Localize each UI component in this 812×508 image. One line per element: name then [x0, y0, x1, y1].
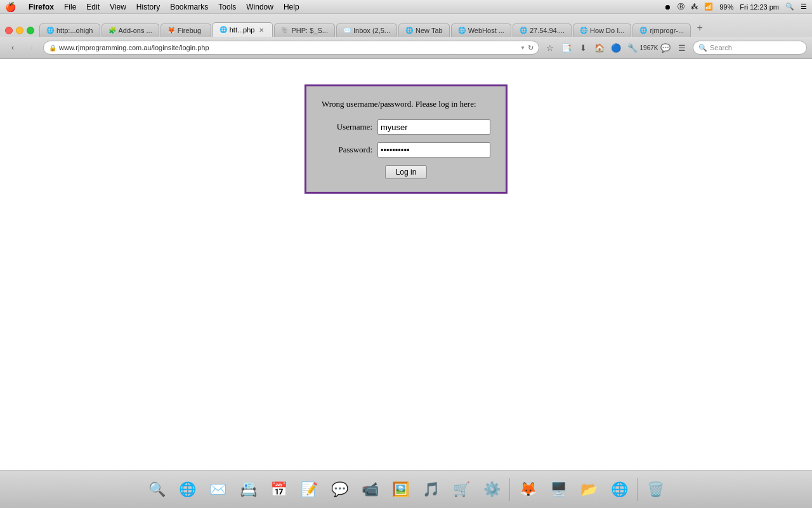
- tab-favicon: 🌐: [46, 27, 54, 34]
- username-label: Username:: [322, 122, 372, 132]
- wifi-icon: 📶: [704, 3, 713, 11]
- extension-icon[interactable]: 🔧: [625, 41, 639, 55]
- menu-bookmarks[interactable]: Bookmarks: [170, 3, 208, 11]
- menu-window[interactable]: Window: [246, 3, 273, 11]
- battery: 99%: [719, 3, 733, 11]
- list-icon[interactable]: ☰: [801, 3, 807, 11]
- dock-item-messages[interactable]: 💬: [325, 476, 353, 504]
- tab-favicon: 🐘: [281, 27, 289, 34]
- dock-separator-2: [637, 478, 638, 501]
- search-icon: 🔍: [698, 44, 707, 52]
- minimize-window-button[interactable]: [16, 27, 23, 34]
- dock-item-contacts[interactable]: 📇: [234, 476, 262, 504]
- refresh-button[interactable]: ↻: [528, 44, 534, 52]
- menu-view[interactable]: View: [110, 3, 126, 11]
- tab-label: PHP: $_S...: [291, 27, 327, 34]
- dock-item-mail[interactable]: ✉️: [204, 476, 232, 504]
- b-icon: Ⓑ: [678, 2, 684, 11]
- nav-bar: ‹ › 🔒 www.rjmprogramming.com.au/loginsit…: [0, 37, 812, 58]
- bookmark-list-button[interactable]: 📑: [560, 41, 573, 55]
- search-placeholder: Search: [710, 44, 732, 51]
- menu-firefox[interactable]: Firefox: [29, 3, 54, 11]
- tab-close-button[interactable]: ✕: [257, 25, 266, 34]
- tab-favicon: 🌐: [458, 27, 466, 34]
- tab-label: WebHost ...: [468, 27, 504, 34]
- dock-item-photos[interactable]: 🖼️: [386, 476, 414, 504]
- apple-menu[interactable]: 🍎: [5, 2, 16, 12]
- dock-item-settings[interactable]: ⚙️: [478, 476, 506, 504]
- tab-label: Firebug: [178, 27, 201, 34]
- tab-favicon: ✉️: [343, 27, 351, 34]
- addon-icon[interactable]: 🔵: [609, 41, 623, 55]
- menu-button[interactable]: ☰: [675, 41, 689, 55]
- dock-item-trash[interactable]: 🗑️: [641, 476, 669, 504]
- tab-inbox[interactable]: ✉️ Inbox (2,5...: [336, 23, 397, 37]
- search-bar[interactable]: 🔍 Search: [693, 41, 807, 55]
- chat-icon[interactable]: 💬: [658, 41, 672, 55]
- tab-label: New Tab: [416, 27, 443, 34]
- dock-item-appstore[interactable]: 🛒: [447, 476, 475, 504]
- tab-ohigh[interactable]: 🌐 http:...ohigh: [39, 23, 100, 37]
- password-label: Password:: [322, 145, 372, 155]
- search-menu-icon[interactable]: 🔍: [785, 3, 794, 11]
- dock-item-music[interactable]: 🎵: [417, 476, 445, 504]
- download-button[interactable]: ⬇: [576, 41, 590, 55]
- bookmark-star-button[interactable]: ☆: [543, 41, 557, 55]
- dock-item-safari[interactable]: 🌐: [173, 476, 201, 504]
- tab-newtab[interactable]: 🌐 New Tab: [398, 23, 450, 37]
- tab-addons[interactable]: 🧩 Add-ons ...: [102, 23, 159, 37]
- dock-item-firefox[interactable]: 🦊: [514, 476, 542, 504]
- tab-howdo[interactable]: 🌐 How Do I...: [573, 23, 631, 37]
- tab-favicon: 🌐: [580, 27, 587, 34]
- tab-ip[interactable]: 🌐 27.54.94....: [513, 23, 572, 37]
- url-text: www.rjmprogramming.com.au/loginsite/logi…: [59, 44, 518, 51]
- menu-file[interactable]: File: [64, 3, 76, 11]
- tab-rjm[interactable]: 🌐 rjmprogr-...: [632, 23, 691, 37]
- close-window-button[interactable]: [5, 27, 13, 34]
- login-box: Wrong username/password. Please log in h…: [304, 84, 508, 194]
- tab-webhost[interactable]: 🌐 WebHost ...: [451, 23, 511, 37]
- tab-bar: 🌐 http:...ohigh 🧩 Add-ons ... 🦊 Firebug …: [0, 14, 812, 37]
- dock-separator: [509, 478, 510, 501]
- url-dropdown-icon[interactable]: ▼: [520, 45, 525, 51]
- menu-help[interactable]: Help: [284, 3, 299, 11]
- clock: Fri 12:23 pm: [740, 3, 779, 11]
- home-button[interactable]: 🏠: [593, 41, 606, 55]
- dev-icon: ⁂: [691, 3, 698, 11]
- tab-label: Inbox (2,5...: [353, 27, 390, 34]
- tab-firebug[interactable]: 🦊 Firebug: [160, 23, 211, 37]
- dock-item-terminal[interactable]: 🖥️: [544, 476, 572, 504]
- tab-favicon: 🌐: [219, 26, 227, 34]
- login-error-message: Wrong username/password. Please log in h…: [322, 99, 490, 109]
- record-icon: ⏺: [664, 3, 671, 11]
- forward-button[interactable]: ›: [24, 40, 39, 55]
- tab-php[interactable]: 🐘 PHP: $_S...: [274, 23, 334, 37]
- password-row: Password:: [322, 142, 490, 157]
- dock-item-finder[interactable]: 🔍: [143, 476, 171, 504]
- menubar-right: ⏺ Ⓑ ⁂ 📶 99% Fri 12:23 pm 🔍 ☰: [664, 2, 807, 11]
- back-button[interactable]: ‹: [5, 40, 20, 55]
- password-input[interactable]: [377, 142, 490, 157]
- tab-label: Add-ons ...: [119, 27, 152, 34]
- new-tab-button[interactable]: +: [692, 20, 707, 36]
- dock-item-calendar[interactable]: 📅: [265, 476, 292, 504]
- reader-count[interactable]: 1 967K: [642, 41, 656, 55]
- dock-item-filezilla[interactable]: 📂: [575, 476, 603, 504]
- dock-item-notes[interactable]: 📝: [295, 476, 323, 504]
- browser-chrome: 🌐 http:...ohigh 🧩 Add-ons ... 🦊 Firebug …: [0, 14, 812, 59]
- tab-htt-php[interactable]: 🌐 htt...php ✕: [213, 22, 273, 37]
- login-btn-row: Log in: [322, 165, 490, 179]
- dock-item-chrome[interactable]: 🌐: [605, 476, 633, 504]
- username-input[interactable]: [377, 119, 490, 135]
- dock-item-facetime[interactable]: 📹: [356, 476, 384, 504]
- login-button[interactable]: Log in: [385, 165, 428, 179]
- tab-label: htt...php: [230, 26, 255, 34]
- menu-tools[interactable]: Tools: [218, 3, 236, 11]
- username-row: Username:: [322, 119, 490, 135]
- url-bar[interactable]: 🔒 www.rjmprogramming.com.au/loginsite/lo…: [43, 41, 539, 55]
- menu-history[interactable]: History: [136, 3, 160, 11]
- menu-edit[interactable]: Edit: [86, 3, 100, 11]
- maximize-window-button[interactable]: [27, 27, 34, 34]
- dock: 🔍 🌐 ✉️ 📇 📅 📝 💬 📹 🖼️ 🎵 🛒 ⚙️ 🦊 🖥️ 📂 🌐 🗑️: [0, 470, 812, 508]
- tab-favicon: 🌐: [520, 27, 527, 34]
